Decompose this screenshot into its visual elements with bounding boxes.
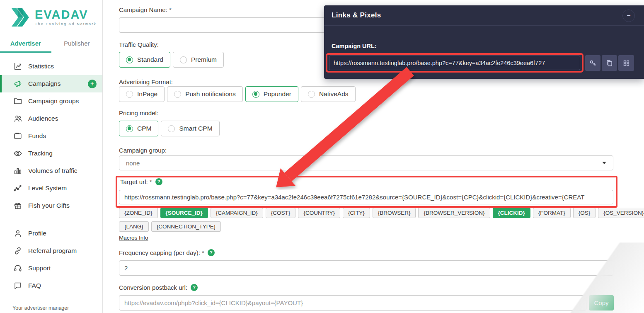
conversion-postback-input[interactable] (119, 295, 586, 311)
copy-icon[interactable] (602, 55, 617, 71)
macro-connection-type[interactable]: {CONNECTION_TYPE} (151, 221, 221, 232)
radio-icon (126, 91, 133, 98)
help-icon[interactable]: ? (155, 178, 162, 185)
campaign-group-select[interactable]: none (119, 155, 613, 170)
macro-source-id[interactable]: {SOURCE_ID} (160, 208, 208, 218)
corner-decoration (528, 243, 644, 313)
help-icon[interactable]: ? (191, 284, 198, 291)
sidebar-item-statistics[interactable]: Statistics (0, 58, 102, 75)
sidebar-item-campaign-groups[interactable]: Campaign groups (0, 92, 102, 110)
panel-header: Links & Pixels − (324, 5, 644, 26)
bars-icon (13, 166, 22, 175)
key-icon[interactable] (585, 55, 600, 71)
panel-title: Links & Pixels (332, 11, 381, 19)
campaign-group-value: none (126, 160, 140, 167)
macro-cost[interactable]: {COST} (266, 208, 296, 218)
target-url-input[interactable] (119, 190, 613, 204)
sidebar-item-profile[interactable]: Profile (0, 225, 102, 242)
radio-option-cpm[interactable]: CPM (119, 121, 158, 136)
brand-tagline: The Evolving Ad Network (35, 22, 97, 26)
macro-browser-version[interactable]: {BROWSER_VERSION} (418, 208, 490, 218)
radio-option-label: CPM (137, 125, 151, 132)
target-url-label: Target url: * ? (120, 178, 162, 185)
sidebar-item-level-system[interactable]: Level System (0, 180, 102, 197)
tab-publisher[interactable]: Publisher (51, 36, 103, 52)
macros-info-link[interactable]: Macros Info (119, 235, 148, 241)
macro-campaign-id[interactable]: {CAMPAIGN_ID} (211, 208, 263, 218)
radio-icon (126, 125, 133, 132)
sidebar-item-label: Statistics (28, 63, 54, 70)
macro-os-version[interactable]: {OS_VERSION} (598, 208, 644, 218)
macro-os[interactable]: {OS} (573, 208, 596, 218)
traffic-quality-group: StandardPremium (119, 52, 224, 68)
frequency-capping-label: Frequency capping (per day): * ? (119, 249, 215, 256)
radio-option-label: Standard (137, 56, 163, 63)
sidebar-item-label: Campaigns (28, 80, 61, 87)
links-pixels-panel: Links & Pixels − Campaign URL: (324, 5, 644, 79)
radio-option-smart-cpm[interactable]: Smart CPM (161, 121, 219, 136)
sidebar: EVADAV The Evolving Ad Network Advertise… (0, 0, 103, 313)
collapse-icon[interactable]: − (622, 10, 635, 22)
radio-option-popunder[interactable]: Popunder (245, 86, 298, 102)
radio-option-label: Smart CPM (179, 125, 212, 132)
conversion-postback-label: Conversion postback url: ? (119, 284, 198, 291)
sidebar-item-label: Fish your Gifts (28, 202, 70, 209)
megaphone-icon (13, 79, 22, 88)
radio-option-nativeads[interactable]: NativeAds (301, 86, 356, 102)
macro-country[interactable]: {COUNTRY} (298, 208, 340, 218)
advertising-format-group: InPagePush notificationsPopunderNativeAd… (119, 86, 356, 102)
macro-city[interactable]: {CITY} (343, 208, 370, 218)
radio-icon (174, 91, 181, 98)
level-icon (13, 184, 22, 193)
advertiser-manager-note: Your advertiser manager (12, 305, 69, 311)
brand-name: EVADAV (35, 8, 97, 21)
radio-option-push-notifications[interactable]: Push notifications (167, 86, 243, 102)
help-icon[interactable]: ? (208, 249, 215, 256)
macro-lang[interactable]: {LANG} (119, 221, 149, 232)
sidebar-item-label: Campaign groups (28, 97, 79, 105)
sidebar-item-fish-your-gifts[interactable]: Fish your Gifts (0, 197, 102, 214)
sidebar-item-campaigns[interactable]: Campaigns+ (0, 75, 102, 92)
macro-browser[interactable]: {BROWSER} (373, 208, 416, 218)
chat-icon (13, 281, 22, 290)
macros-row-1: {ZONE_ID}{SOURCE_ID}{CAMPAIGN_ID}{COST}{… (119, 208, 644, 218)
campaign-url-input[interactable] (329, 56, 580, 70)
radio-option-label: NativeAds (319, 90, 349, 98)
radio-option-premium[interactable]: Premium (173, 52, 224, 68)
person-icon (13, 229, 22, 238)
sidebar-item-tracking[interactable]: Tracking (0, 145, 102, 162)
users-icon (13, 114, 22, 123)
radio-option-label: InPage (137, 90, 157, 98)
sidebar-item-label: Referral program (28, 247, 77, 255)
sidebar-item-support[interactable]: Support (0, 260, 102, 277)
sidebar-item-label: Profile (28, 230, 46, 237)
sidebar-item-label: Support (28, 264, 51, 272)
link-icon (13, 246, 22, 255)
tab-advertiser[interactable]: Advertiser (0, 36, 51, 52)
radio-option-label: Premium (191, 56, 217, 63)
macro-clickid[interactable]: {CLICKID} (493, 208, 530, 218)
sidebar-item-label: Tracking (28, 150, 53, 157)
advertising-format-label: Advertising Format: (119, 78, 173, 85)
macro-zone-id[interactable]: {ZONE_ID} (119, 208, 158, 218)
sidebar-item-funds[interactable]: Funds (0, 127, 102, 145)
sidebar-item-referral-program[interactable]: Referral program (0, 242, 102, 260)
radio-option-inpage[interactable]: InPage (119, 86, 165, 102)
logo[interactable]: EVADAV The Evolving Ad Network (0, 0, 102, 36)
campaign-group-label: Campaign group: (119, 147, 167, 154)
sidebar-nav: StatisticsCampaigns+Campaign groupsAudie… (0, 58, 102, 294)
frequency-capping-label-text: Frequency capping (per day): * (119, 249, 204, 256)
macro-format[interactable]: {FORMAT} (533, 208, 571, 218)
sidebar-item-faq[interactable]: FAQ (0, 277, 102, 294)
sidebar-item-label: Volumes of traffic (28, 167, 77, 175)
sidebar-item-volumes-of-traffic[interactable]: Volumes of traffic (0, 162, 102, 180)
radio-option-standard[interactable]: Standard (119, 52, 170, 68)
radio-icon (180, 56, 187, 63)
add-campaign-button[interactable]: + (88, 80, 97, 88)
radio-icon (126, 56, 133, 63)
sidebar-item-audiences[interactable]: Audiences (0, 110, 102, 127)
pricing-model-label: Pricing model: (119, 109, 158, 116)
radio-icon (168, 125, 175, 132)
grid-icon[interactable] (618, 55, 634, 71)
radio-option-label: Popunder (264, 90, 291, 98)
